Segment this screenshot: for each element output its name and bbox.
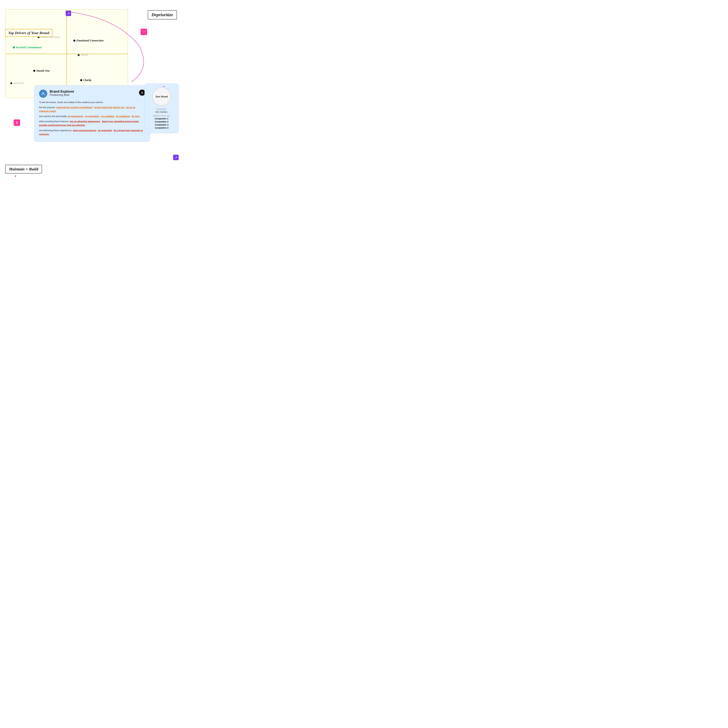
point-clarity: Clarity	[80, 78, 92, 82]
point-societal: Societal Commitment	[13, 46, 41, 49]
copy-button[interactable]: ⊞	[139, 90, 145, 96]
audience-label: AUDIENCE	[147, 108, 176, 110]
audience-value: HHI: $100k+	[147, 111, 176, 113]
arrow-badge-top[interactable]: ↗	[66, 11, 71, 16]
personality-item-5: be cool	[132, 115, 139, 118]
card-features: while providing these features: has an a…	[39, 119, 145, 127]
dot-inclusive	[78, 54, 80, 56]
exp-item-1: show experience/trust	[73, 129, 96, 132]
card-title-section: Brand Explorer Positioning Brief	[39, 90, 74, 98]
purpose-item-1: demonstrate societal commitment	[56, 106, 92, 109]
your-brand-panel: Your Brand AUDIENCE HHI: $100k+ COMPETIT…	[145, 84, 179, 133]
card-personality: and express this personality: be imagina…	[39, 115, 145, 118]
features-item-2: flaunt your appealing brand assets	[102, 120, 139, 122]
card-purpose: live this purpose: demonstrate societal …	[39, 106, 145, 113]
label-inclusive: Inclusive	[81, 54, 88, 56]
card-header: Brand Explorer Positioning Brief ⊞	[39, 90, 145, 98]
dollar-icon: $	[16, 121, 18, 125]
personality-item-4: be intelligent	[116, 115, 130, 118]
brand-explorer-card: Brand Explorer Positioning Brief ⊞ To wi…	[34, 85, 150, 142]
competitor-1: Competitor 1	[147, 117, 176, 120]
features-item-1: has an attractive appearance	[70, 120, 100, 122]
plus-icon: ✦	[14, 174, 17, 178]
quadrant-title-box: Top Drivers of Your Brand	[5, 29, 52, 37]
competitor-3: Competitor 3	[147, 124, 176, 126]
maintain-label: Maintain + Build	[9, 167, 38, 171]
dot-stands-out	[33, 70, 35, 72]
heart-badge: ♡	[141, 29, 147, 35]
copy-icon-symbol: ⊞	[141, 91, 143, 94]
maintain-build-box: Maintain + Build	[5, 165, 42, 173]
competitor-4: Competitor 4	[147, 127, 176, 129]
dollar-badge: $	[14, 119, 20, 126]
exp-item-2: be respectful	[98, 129, 112, 132]
quadrant-chart	[5, 9, 128, 98]
purpose-item-2: be the brand that stands out	[94, 106, 124, 109]
deprioritize-label: Deprioritize	[151, 12, 173, 17]
point-emotional: Emotional Connection	[73, 39, 104, 42]
brand-explorer-icon	[39, 90, 47, 98]
personality-item-1: be imaginative	[68, 115, 83, 118]
label-societal: Societal Commitment	[16, 46, 41, 49]
label-stands-out: Stands Out	[36, 69, 50, 72]
arrow-badge-bottom[interactable]: ↗	[173, 155, 179, 160]
competitive-set-label: COMPETITIVE SET	[147, 115, 176, 117]
your-brand-circle: Your Brand	[152, 87, 171, 106]
quadrant-title: Top Drivers of Your Brand	[8, 31, 49, 35]
label-clarity: Clarity	[83, 78, 92, 82]
competitor-2: Competitor 2	[147, 121, 176, 123]
dot-clarity	[80, 79, 82, 81]
label-emotional: Emotional Connection	[76, 39, 104, 42]
arrow-top-icon: ↗	[67, 12, 70, 15]
point-inclusive: Inclusive	[78, 54, 88, 56]
heart-icon: ♡	[142, 30, 145, 34]
point-point-of-view: Point of View	[10, 82, 24, 84]
card-title: Brand Explorer	[50, 90, 74, 93]
label-point-of-view: Point of View	[13, 82, 24, 84]
arrow-bottom-icon: ↗	[175, 156, 177, 159]
sparkle-icon: ✦	[163, 85, 165, 88]
dot-point-of-view	[10, 82, 12, 84]
your-brand-label: Your Brand	[155, 95, 168, 98]
features-item-3: provide products/services that are effec…	[39, 124, 85, 126]
point-stands-out: Stands Out	[33, 69, 50, 72]
dot-emotional	[73, 40, 75, 41]
personality-item-3: be confident	[101, 115, 114, 118]
card-intro: To win the hearts, minds and wallets of …	[39, 101, 145, 104]
card-subtitle: Positioning Brief	[50, 93, 74, 96]
personality-item-2: be innovative	[85, 115, 99, 118]
deprioritize-box: Deprioritize	[148, 10, 177, 20]
dot-societal	[13, 46, 15, 49]
mountain-icon	[41, 91, 46, 96]
card-titles: Brand Explorer Positioning Brief	[50, 90, 74, 96]
card-experiences: and delivering these experiences: show e…	[39, 128, 145, 136]
